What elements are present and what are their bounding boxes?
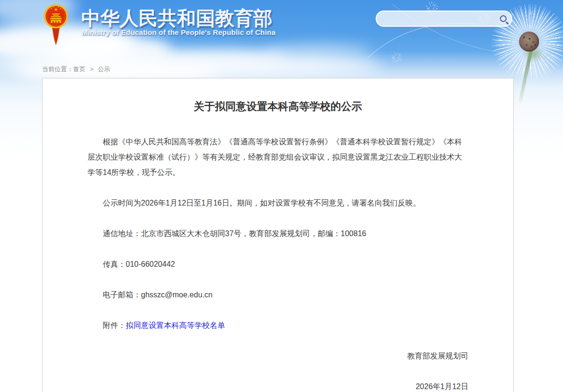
cloud-decoration <box>263 44 373 58</box>
search-input[interactable] <box>377 15 500 22</box>
article-title: 关于拟同意设置本科高等学校的公示 <box>87 99 468 114</box>
search-box <box>376 11 512 27</box>
site-logo[interactable] <box>43 2 69 48</box>
breadcrumb: 当前位置：首页>公示 <box>42 65 110 74</box>
breadcrumb-current-link[interactable]: 公示 <box>98 65 110 73</box>
article-paragraph-address: 通信地址：北京市西城区大木仓胡同37号，教育部发展规划司，邮编：100816 <box>87 226 468 241</box>
china-national-emblem-icon <box>43 2 69 48</box>
article-paragraph: 根据《中华人民共和国高等教育法》《普通高等学校设置暂行条例》《普通本科学校设置暂… <box>87 134 468 180</box>
site-title[interactable]: 中华人民共和国教育部 <box>81 5 272 32</box>
article-paragraph: 公示时间为2026年1月12日至1月16日。期间，如对设置学校有不同意见，请署名… <box>87 196 468 211</box>
site-subtitle: Ministry of Education of the People's Re… <box>82 28 275 36</box>
search-button[interactable] <box>500 15 511 22</box>
dandelion-seed-decoration <box>391 52 402 63</box>
attachment-label: 附件： <box>103 321 126 329</box>
breadcrumb-home-link[interactable]: 首页 <box>73 65 86 73</box>
article-paragraph-email: 电子邮箱：ghsszc@moe.edu.cn <box>87 287 468 303</box>
breadcrumb-separator: > <box>90 65 94 73</box>
signature: 教育部发展规划司 <box>87 348 468 364</box>
dandelion-center-decoration <box>519 32 539 52</box>
article-paragraph-fax: 传真：010-66020442 <box>87 257 468 272</box>
page: 中华人民共和国教育部 Ministry of Education of the … <box>0 0 563 392</box>
attachment-link[interactable]: 拟同意设置本科高等学校名单 <box>126 321 225 329</box>
content-card: 关于拟同意设置本科高等学校的公示 根据《中华人民共和国高等教育法》《普通高等学校… <box>42 78 514 392</box>
publish-date: 2026年1月12日 <box>87 379 468 392</box>
attachment-line: 附件：拟同意设置本科高等学校名单 <box>87 318 468 333</box>
breadcrumb-label: 当前位置： <box>42 65 73 73</box>
search-icon <box>500 15 507 22</box>
